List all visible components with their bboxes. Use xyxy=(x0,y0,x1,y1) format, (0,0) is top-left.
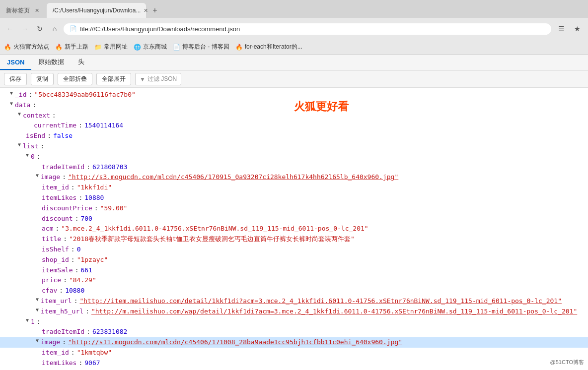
bookmark-blog-admin[interactable]: 📄 博客后台 - 博客园 xyxy=(173,43,229,51)
key-item0: 0 xyxy=(31,152,35,162)
json-line-tradeitemid1: tradeItemId: 623831082 xyxy=(0,327,588,337)
bookmark-huolang[interactable]: 🔥 火狼官方站点 xyxy=(4,43,49,51)
key-list: list xyxy=(23,141,38,152)
huolang-icon: 🔥 xyxy=(4,44,11,51)
key-data: data xyxy=(15,100,30,111)
val-itemurl0[interactable]: "http://item.meilishuo.com/detail/1kkf1d… xyxy=(79,296,562,307)
expand-context[interactable]: ▼ xyxy=(16,111,23,118)
key-currenttime: currentTime xyxy=(34,121,76,131)
key-discountprice1: discountPrice xyxy=(42,369,92,370)
json-line-isend: isEnd: false xyxy=(0,131,588,141)
bookmark-common[interactable]: 📁 常用网址 xyxy=(94,43,128,51)
bookmark-label: 新手上路 xyxy=(65,43,88,51)
val-title0: "2018春秋季新款字母短款套头长袖t恤卫衣女显瘦破洞乞丐毛边直筒牛仔裤女长裤时… xyxy=(69,234,355,245)
bookmark-label: 火狼官方站点 xyxy=(13,43,49,51)
filter-json-button[interactable]: ▼ 过滤 JSON xyxy=(135,73,181,85)
tab-newtab[interactable]: 新标签页 ✕ xyxy=(0,3,47,18)
json-line-image1: ▼ image: "http://s11.mogucdn.com/mlcdn/c… xyxy=(0,337,588,348)
expand-image1[interactable]: ▼ xyxy=(34,337,41,344)
json-viewer-tabs: JSON 原始数据 头 xyxy=(0,55,588,71)
val-discountprice0: "59.00" xyxy=(100,203,128,214)
key-price0: price xyxy=(42,275,61,286)
key-itemlikes1: itemLikes xyxy=(42,358,76,369)
val-cfav0: 10880 xyxy=(65,286,84,296)
copy-button[interactable]: 复制 xyxy=(31,73,54,85)
key-acm0: acm xyxy=(42,224,53,234)
json-line-item0: ▼ 0: xyxy=(0,152,588,162)
key-isend: isEnd xyxy=(26,131,45,141)
expand-all-button[interactable]: 全部展开 xyxy=(96,73,131,85)
file-icon: 📄 xyxy=(70,25,77,32)
forward-button[interactable]: → xyxy=(19,23,31,35)
json-line-itemlikes1: itemLikes: 9067 xyxy=(0,358,588,369)
watermark: @51CTO博客 xyxy=(550,359,584,366)
bookmark-star-button[interactable]: ★ xyxy=(570,22,584,36)
folder-icon: 📁 xyxy=(94,44,102,51)
val-image0[interactable]: "http://s3.mogucdn.com/mlcdn/c45406/1709… xyxy=(68,172,398,183)
expand-item1[interactable]: ▼ xyxy=(24,317,31,324)
val-tradeitemid1: 623831082 xyxy=(92,327,127,337)
json-line-item1: ▼ 1: xyxy=(0,317,588,327)
json-line-discountprice0: discountPrice: "59.00" xyxy=(0,203,588,214)
expand-data[interactable]: ▼ xyxy=(8,100,15,107)
json-line-itemid0: item_id: "1kkf1di" xyxy=(0,183,588,193)
val-price0: "84.29" xyxy=(69,275,96,286)
bookmark-label: 博客后台 - 博客园 xyxy=(182,43,229,51)
json-line-data: ▼ data: xyxy=(0,100,588,111)
newbie-icon: 🔥 xyxy=(55,44,63,51)
collapse-all-button[interactable]: 全部折叠 xyxy=(58,73,92,85)
tab-label: /C:/Users/Huangyujun/Downloa... xyxy=(53,7,141,14)
address-input[interactable]: 📄 file:///C:/Users/Huangyujun/Downloads/… xyxy=(64,23,551,35)
tab-label: 新标签页 xyxy=(6,6,30,15)
json-line-itemurl0: ▼ item_url: "http://item.meilishuo.com/d… xyxy=(0,296,588,307)
tab-close-newtab[interactable]: ✕ xyxy=(33,6,41,14)
json-line-acm0: acm: "3.mce.2_4_1kkf1di.6011.0-41756.xSE… xyxy=(0,224,588,234)
key-title0: title xyxy=(42,234,61,245)
home-button[interactable]: ⌂ xyxy=(49,23,61,35)
address-text: file:///C:/Users/Huangyujun/Downloads/re… xyxy=(80,25,545,33)
val-itemlikes1: 9067 xyxy=(84,358,100,369)
expand-itemh5url0[interactable]: ▼ xyxy=(34,307,41,313)
bookmark-jd[interactable]: 🌐 京东商城 xyxy=(134,43,167,51)
save-button[interactable]: 保存 xyxy=(4,73,27,85)
foreach-icon: 🔥 xyxy=(235,44,243,51)
val-itemh5url0[interactable]: "http://m.meilishuo.com/wap/detail/1kkf1… xyxy=(91,307,577,317)
json-line-price0: price: "84.29" xyxy=(0,275,588,286)
bookmark-foreach[interactable]: 🔥 for-each和Iterator的... xyxy=(235,43,302,51)
expand-id[interactable]: ▼ xyxy=(8,90,15,97)
val-shopid0: "1pzayc" xyxy=(77,255,108,265)
json-line-currenttime: currentTime: 1540114164 xyxy=(0,121,588,131)
json-action-bar: 保存 复制 全部折叠 全部展开 ▼ 过滤 JSON xyxy=(0,71,588,88)
back-button[interactable]: ← xyxy=(4,23,16,35)
json-line-itemh5url0: ▼ item_h5_url: "http://m.meilishuo.com/w… xyxy=(0,307,588,317)
json-line-discountprice1: discountPrice: "49.00" xyxy=(0,369,588,370)
expand-item0[interactable]: ▼ xyxy=(24,152,31,159)
expand-itemurl0[interactable]: ▼ xyxy=(34,296,41,303)
new-tab-button[interactable]: + xyxy=(148,3,162,17)
bookmark-label: for-each和Iterator的... xyxy=(245,43,302,51)
json-line-list: ▼ list: xyxy=(0,141,588,152)
bookmark-label: 常用网址 xyxy=(104,43,128,51)
tab-head[interactable]: 头 xyxy=(71,55,91,70)
tab-bar: 新标签页 ✕ /C:/Users/Huangyujun/Downloa... ✕… xyxy=(0,0,588,18)
tab-json-view[interactable]: JSON xyxy=(0,56,31,70)
val-id: "5bcc483349aab96116fac7b0" xyxy=(34,90,136,100)
expand-list[interactable]: ▼ xyxy=(16,141,23,148)
val-itemid1: "1kmtqbw" xyxy=(77,348,112,358)
key-discountprice0: discountPrice xyxy=(42,203,92,214)
bookmark-newbie[interactable]: 🔥 新手上路 xyxy=(55,43,88,51)
tab-json[interactable]: /C:/Users/Huangyujun/Downloa... ✕ xyxy=(47,3,146,18)
refresh-button[interactable]: ↻ xyxy=(34,23,46,35)
json-line-image0: ▼ image: "http://s3.mogucdn.com/mlcdn/c4… xyxy=(0,172,588,183)
reader-view-button[interactable]: ☰ xyxy=(554,22,568,36)
expand-image0[interactable]: ▼ xyxy=(34,172,41,179)
key-itemsale0: itemSale xyxy=(42,265,73,276)
val-isend: false xyxy=(53,131,73,141)
key-itemlikes0: itemLikes xyxy=(42,193,76,203)
val-image1[interactable]: "http://s11.mogucdn.com/mlcdn/c45406/171… xyxy=(68,337,402,348)
val-itemid0: "1kkf1di" xyxy=(77,183,112,193)
toolbar-right: ☰ ★ xyxy=(554,22,584,36)
key-image1: image xyxy=(41,337,60,348)
tab-raw-data[interactable]: 原始数据 xyxy=(31,55,71,70)
bookmark-label: 京东商城 xyxy=(143,43,167,51)
